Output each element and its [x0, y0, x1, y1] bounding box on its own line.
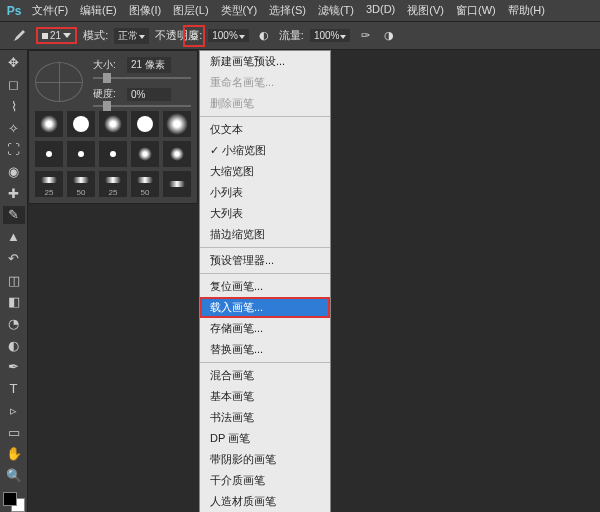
brush-preset[interactable] [163, 171, 191, 197]
shape-tool[interactable]: ▭ [3, 423, 25, 441]
lasso-tool[interactable]: ⌇ [3, 97, 25, 115]
menu-item[interactable]: 新建画笔预设... [200, 51, 330, 72]
brush-size-picker[interactable]: 21 [36, 27, 77, 44]
menu-item[interactable]: 人造材质画笔 [200, 491, 330, 512]
brush-preset[interactable] [163, 111, 191, 137]
mode-select[interactable]: 正常 [114, 28, 149, 44]
brush-preset[interactable] [131, 111, 159, 137]
pressure-size-icon[interactable]: ◑ [380, 27, 398, 45]
mode-label: 模式: [83, 28, 108, 43]
eyedropper-tool[interactable]: ◉ [3, 163, 25, 181]
menu-item[interactable]: 大列表 [200, 203, 330, 224]
menu-item[interactable]: 混合画笔 [200, 365, 330, 386]
menu-item[interactable]: 图像(I) [123, 1, 167, 20]
menu-item[interactable]: 复位画笔... [200, 276, 330, 297]
chevron-down-icon [63, 33, 71, 38]
type-tool[interactable]: T [3, 380, 25, 398]
size-slider[interactable] [93, 77, 191, 79]
crop-tool[interactable]: ⛶ [3, 141, 25, 159]
separator [200, 273, 330, 274]
opacity-input[interactable]: 100% [208, 29, 249, 42]
stamp-tool[interactable]: ▲ [3, 228, 25, 246]
menu-item[interactable]: 图层(L) [167, 1, 214, 20]
menu-item[interactable]: 视图(V) [401, 1, 450, 20]
brush-preset[interactable] [67, 141, 95, 167]
menu-item[interactable]: 小列表 [200, 182, 330, 203]
brush-preset[interactable]: 50 [131, 171, 159, 197]
marquee-tool[interactable]: ◻ [3, 76, 25, 94]
brush-angle-control[interactable] [35, 62, 83, 102]
menu-item[interactable]: 仅文本 [200, 119, 330, 140]
menu-item[interactable]: 基本画笔 [200, 386, 330, 407]
menu-item[interactable]: 描边缩览图 [200, 224, 330, 245]
brush-presets-grid: 25 50 25 50 [35, 111, 191, 197]
color-swatches[interactable] [3, 492, 25, 512]
wand-tool[interactable]: ✧ [3, 119, 25, 137]
brush-tool-icon[interactable] [8, 25, 30, 47]
menu-item[interactable]: 帮助(H) [502, 1, 551, 20]
menu-bar: 文件(F)编辑(E)图像(I)图层(L)类型(Y)选择(S)滤镜(T)3D(D)… [26, 1, 551, 20]
brush-preset[interactable] [163, 141, 191, 167]
hardness-slider[interactable] [93, 105, 191, 107]
menu-item[interactable]: 带阴影的画笔 [200, 449, 330, 470]
menu-item[interactable]: 替换画笔... [200, 339, 330, 360]
hardness-value[interactable]: 0% [127, 88, 171, 101]
menu-item[interactable]: 存储画笔... [200, 318, 330, 339]
brush-preset[interactable] [35, 141, 63, 167]
brush-dot-icon [42, 33, 48, 39]
flow-label: 流量: [279, 28, 304, 43]
menu-item[interactable]: 小缩览图 [200, 140, 330, 161]
fg-color-swatch[interactable] [3, 492, 17, 506]
gradient-tool[interactable]: ◧ [3, 293, 25, 311]
brush-tool[interactable]: ✎ [3, 206, 25, 224]
menu-item[interactable]: 书法画笔 [200, 407, 330, 428]
pen-tool[interactable]: ✒ [3, 358, 25, 376]
separator [200, 116, 330, 117]
path-tool[interactable]: ▹ [3, 402, 25, 420]
brush-size-value: 21 [50, 30, 61, 41]
menu-item[interactable]: DP 画笔 [200, 428, 330, 449]
canvas-area: ⚙ 大小:21 像素 硬度:0% [28, 50, 600, 512]
history-brush-tool[interactable]: ↶ [3, 249, 25, 267]
menu-item[interactable]: 编辑(E) [74, 1, 123, 20]
brush-preset[interactable] [99, 141, 127, 167]
airbrush-icon[interactable]: ✑ [356, 27, 374, 45]
menu-item[interactable]: 载入画笔... [200, 297, 330, 318]
menu-item[interactable]: 选择(S) [263, 1, 312, 20]
gear-icon[interactable]: ⚙ [183, 25, 205, 47]
brush-flyout-menu: 新建画笔预设...重命名画笔...删除画笔仅文本小缩览图大缩览图小列表大列表描边… [199, 50, 331, 512]
blur-tool[interactable]: ◔ [3, 315, 25, 333]
brush-preset[interactable] [67, 111, 95, 137]
pressure-opacity-icon[interactable]: ◐ [255, 27, 273, 45]
menu-item[interactable]: 3D(D) [360, 1, 401, 20]
flow-input[interactable]: 100% [310, 29, 351, 42]
tools-panel: ✥ ◻ ⌇ ✧ ⛶ ◉ ✚ ✎ ▲ ↶ ◫ ◧ ◔ ◐ ✒ T ▹ ▭ ✋ 🔍 [0, 50, 28, 512]
zoom-tool[interactable]: 🔍 [3, 467, 25, 485]
ps-logo: Ps [4, 1, 24, 21]
size-value[interactable]: 21 像素 [127, 57, 171, 73]
brush-preset[interactable] [35, 111, 63, 137]
brush-preset[interactable] [99, 111, 127, 137]
separator [200, 362, 330, 363]
heal-tool[interactable]: ✚ [3, 184, 25, 202]
menu-item[interactable]: 大缩览图 [200, 161, 330, 182]
dodge-tool[interactable]: ◐ [3, 336, 25, 354]
menu-item[interactable]: 干介质画笔 [200, 470, 330, 491]
menu-item[interactable]: 窗口(W) [450, 1, 502, 20]
hand-tool[interactable]: ✋ [3, 445, 25, 463]
menu-item[interactable]: 滤镜(T) [312, 1, 360, 20]
brush-preset-panel: ⚙ 大小:21 像素 硬度:0% [28, 50, 198, 204]
menu-item[interactable]: 类型(Y) [215, 1, 264, 20]
move-tool[interactable]: ✥ [3, 54, 25, 72]
brush-preset[interactable]: 50 [67, 171, 95, 197]
eraser-tool[interactable]: ◫ [3, 271, 25, 289]
separator [200, 247, 330, 248]
menu-item: 重命名画笔... [200, 72, 330, 93]
brush-preset[interactable]: 25 [35, 171, 63, 197]
brush-preset[interactable]: 25 [99, 171, 127, 197]
options-bar: 21 模式: 正常 不透明度: 100% ◐ 流量: 100% ✑ ◑ [0, 22, 600, 50]
title-bar: Ps 文件(F)编辑(E)图像(I)图层(L)类型(Y)选择(S)滤镜(T)3D… [0, 0, 600, 22]
menu-item[interactable]: 预设管理器... [200, 250, 330, 271]
brush-preset[interactable] [131, 141, 159, 167]
menu-item[interactable]: 文件(F) [26, 1, 74, 20]
